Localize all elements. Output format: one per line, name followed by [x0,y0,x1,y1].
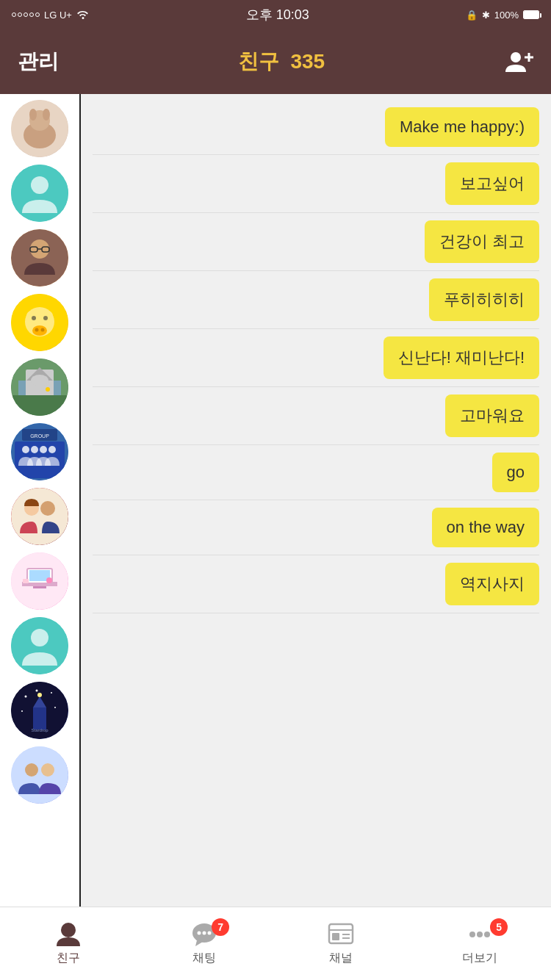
svg-point-22 [32,316,36,320]
list-item[interactable]: Stardrop [11,682,68,739]
svg-point-53 [36,690,38,692]
svg-point-60 [25,763,38,777]
svg-rect-29 [11,395,68,416]
lock-icon: 🔒 [466,10,478,21]
tab-channel[interactable]: 채널 [326,921,356,966]
back-button[interactable]: 관리 [18,48,59,76]
svg-rect-45 [33,586,46,588]
svg-point-59 [11,746,68,804]
svg-point-49 [31,629,48,646]
status-row: 역지사지 [93,555,539,613]
svg-point-38 [11,488,68,545]
carrier-label: LG U+ [44,10,72,21]
svg-point-17 [32,325,47,336]
status-messages: Make me happy:) 보고싶어 건강이 최고 푸히히히히 신난다! 재… [81,94,551,927]
list-item[interactable] [11,488,68,545]
status-bar: LG U+ 오후 10:03 🔒 ✱ 100% [0,0,551,29]
svg-point-66 [208,932,212,935]
wifi-icon [76,9,90,21]
status-row: on the way [93,500,539,555]
svg-point-28 [31,375,48,386]
svg-point-0 [511,52,521,62]
svg-text:GROUP: GROUP [30,433,49,439]
svg-point-9 [31,176,48,194]
svg-point-74 [484,932,490,937]
svg-point-19 [41,328,45,332]
list-item[interactable] [11,359,68,416]
friends-title: 친구 [238,50,279,73]
header: 관리 친구 335 [0,29,551,94]
svg-point-57 [37,693,42,697]
svg-rect-56 [33,707,46,729]
list-item[interactable] [11,746,68,804]
tab-more[interactable]: 5 더보기 [462,921,497,966]
svg-point-54 [54,707,56,708]
svg-point-40 [40,501,55,516]
status-row: 푸히히히히 [93,271,539,329]
svg-rect-47 [23,579,29,583]
svg-point-35 [48,446,56,453]
svg-point-18 [35,328,39,332]
status-bubble: go [492,453,539,492]
svg-point-7 [43,109,50,120]
friends-list: GROUP [0,94,81,927]
status-right: 🔒 ✱ 100% [466,10,539,21]
channel-tab-label: 채널 [329,951,353,966]
chat-tab-label: 채팅 [192,951,216,966]
status-bubble: 푸히히히히 [429,278,539,321]
list-item[interactable]: GROUP [11,423,68,480]
status-row: 신난다! 재미난다! [93,329,539,387]
svg-point-23 [43,316,48,320]
svg-point-46 [46,577,52,583]
main-content: GROUP [0,94,551,927]
svg-point-73 [477,932,483,937]
list-item[interactable] [11,229,68,287]
page-title: 친구 335 [238,48,325,76]
signal-icon [12,12,40,17]
status-left: LG U+ [12,9,90,21]
list-item[interactable] [11,165,68,222]
status-row: Make me happy:) [93,100,539,155]
tab-friends[interactable]: 친구 [54,921,83,966]
list-item[interactable] [11,552,68,610]
svg-point-61 [41,763,54,777]
add-friend-button[interactable] [504,47,533,76]
status-bubble: 역지사지 [445,563,539,605]
svg-text:Stardrop: Stardrop [31,728,48,732]
status-bubble: 보고싶어 [445,162,539,205]
svg-point-33 [31,446,38,453]
svg-point-34 [40,446,47,453]
status-bubble: 건강이 최고 [425,220,539,263]
status-row: 보고싶어 [93,155,539,213]
list-item[interactable] [11,294,68,351]
more-badge: 5 [490,918,508,936]
list-item[interactable] [11,617,68,674]
bottom-navigation: 친구 7 채팅 채널 5 더보기 [0,907,551,980]
status-bubble: Make me happy:) [385,107,539,147]
bluetooth-icon: ✱ [482,10,490,21]
svg-rect-69 [332,933,339,940]
svg-point-51 [25,696,27,698]
svg-point-27 [46,387,50,392]
status-row: 고마워요 [93,387,539,445]
list-item[interactable] [11,100,68,157]
svg-point-72 [469,932,475,937]
svg-point-32 [22,446,29,453]
tab-chat[interactable]: 7 채팅 [190,921,219,966]
status-row: 건강이 최고 [93,213,539,271]
svg-point-64 [198,932,201,935]
battery-percent: 100% [494,10,519,21]
svg-point-6 [29,109,37,120]
svg-point-65 [203,932,206,935]
chat-badge: 7 [212,918,229,936]
status-row: go [93,445,539,500]
status-bubble: 고마워요 [445,394,539,437]
status-bubble: on the way [432,508,539,547]
svg-point-52 [51,692,52,693]
friends-tab-label: 친구 [57,951,80,966]
svg-point-62 [61,923,76,937]
status-bubble: 신난다! 재미난다! [383,336,539,379]
battery-icon [523,10,539,19]
more-tab-label: 더보기 [462,951,497,966]
friend-count: 335 [290,50,325,73]
